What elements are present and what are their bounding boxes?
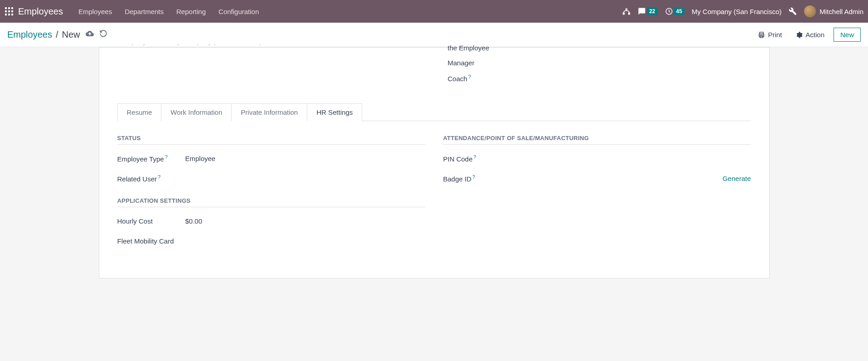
generate-button[interactable]: Generate xyxy=(723,175,751,182)
pin-code-help-icon[interactable]: ? xyxy=(474,154,476,160)
apps-icon[interactable] xyxy=(5,7,14,16)
hourly-cost-label: Hourly Cost xyxy=(117,217,185,225)
tab-work-information[interactable]: Work Information xyxy=(161,103,232,121)
tab-private-information[interactable]: Private Information xyxy=(232,103,307,121)
svg-rect-2 xyxy=(11,7,13,9)
avatar xyxy=(804,5,816,17)
svg-point-9 xyxy=(626,9,627,10)
badge-id-label: Badge ID? xyxy=(443,174,511,183)
breadcrumb-root[interactable]: Employees xyxy=(7,29,52,40)
breadcrumb: Employees / New xyxy=(7,29,107,40)
tabs: Resume Work Information Private Informat… xyxy=(117,103,751,121)
print-label: Print xyxy=(768,31,782,39)
action-label: Action xyxy=(805,31,824,39)
app-settings-section-title: APPLICATION SETTINGS xyxy=(117,197,425,207)
activities-badge: 45 xyxy=(674,8,684,15)
tab-hr-settings[interactable]: HR Settings xyxy=(307,103,362,121)
new-button[interactable]: New xyxy=(834,28,861,42)
svg-rect-11 xyxy=(629,13,630,15)
app-brand[interactable]: Employees xyxy=(18,6,63,17)
status-section-title: STATUS xyxy=(117,135,425,145)
control-panel: Employees / New Print Action New xyxy=(0,23,868,47)
svg-rect-10 xyxy=(623,13,625,15)
tools-icon[interactable] xyxy=(789,7,797,15)
nav-configuration[interactable]: Configuration xyxy=(212,0,265,23)
breadcrumb-current: New xyxy=(62,29,80,40)
upper-right-col: the Employee Manager Coach? xyxy=(448,44,751,90)
hourly-cost-value[interactable]: $0.00 xyxy=(185,217,203,225)
related-user-label: Related User? xyxy=(117,174,185,183)
svg-rect-1 xyxy=(8,7,10,9)
employee-type-label: Employee Type? xyxy=(117,154,185,163)
hr-left-col: STATUS Employee Type? Employee Related U… xyxy=(117,135,425,260)
hr-right-col: ATTENDANCE/POINT OF SALE/MANUFACTURING P… xyxy=(443,135,751,260)
company-label: Company xyxy=(117,44,172,45)
svg-rect-0 xyxy=(5,7,7,9)
fleet-mobility-card-label: Fleet Mobility Card xyxy=(117,237,174,245)
pin-code-label: PIN Code? xyxy=(443,154,511,163)
navbar-right: 22 45 My Company (San Francisco) Mitchel… xyxy=(622,5,863,17)
nav-departments[interactable]: Departments xyxy=(118,0,170,23)
svg-rect-5 xyxy=(11,10,13,12)
manager-label: Manager xyxy=(448,59,751,67)
navbar-left: Employees Employees Departments Reportin… xyxy=(5,0,265,23)
control-right: Print Action New xyxy=(753,28,861,42)
related-user-help-icon[interactable]: ? xyxy=(158,174,160,180)
upper-fields: Company My Company (San Francisco) the E… xyxy=(117,44,751,90)
nav-reporting[interactable]: Reporting xyxy=(170,0,212,23)
save-cloud-icon[interactable] xyxy=(86,29,94,40)
svg-rect-7 xyxy=(8,14,10,15)
main-area: Company My Company (San Francisco) the E… xyxy=(0,47,868,278)
employee-type-value[interactable]: Employee xyxy=(185,155,216,162)
hr-settings-pane: STATUS Employee Type? Employee Related U… xyxy=(117,121,751,260)
messages-badge: 22 xyxy=(647,8,657,15)
user-menu[interactable]: Mitchell Admin xyxy=(804,5,863,17)
svg-rect-6 xyxy=(5,14,7,15)
messages-icon[interactable]: 22 xyxy=(638,7,657,15)
coach-help-icon[interactable]: ? xyxy=(468,74,471,79)
tab-resume[interactable]: Resume xyxy=(117,103,162,121)
svg-rect-3 xyxy=(5,10,7,12)
employee-type-help-icon[interactable]: ? xyxy=(165,154,168,160)
support-icon[interactable] xyxy=(622,7,630,15)
company-value: My Company (San Francisco) xyxy=(172,44,262,45)
form-sheet: Company My Company (San Francisco) the E… xyxy=(99,47,770,278)
breadcrumb-sep: / xyxy=(56,29,58,40)
svg-rect-4 xyxy=(8,10,10,12)
top-navbar: Employees Employees Departments Reportin… xyxy=(0,0,868,23)
svg-rect-8 xyxy=(11,14,13,15)
badge-id-help-icon[interactable]: ? xyxy=(472,174,475,180)
nav-employees[interactable]: Employees xyxy=(72,0,118,23)
upper-left-col: Company My Company (San Francisco) xyxy=(117,44,421,90)
user-name: Mitchell Admin xyxy=(820,8,863,15)
attendance-section-title: ATTENDANCE/POINT OF SALE/MANUFACTURING xyxy=(443,135,751,145)
the-employee-label: the Employee xyxy=(448,44,751,52)
print-button[interactable]: Print xyxy=(753,28,786,41)
action-button[interactable]: Action xyxy=(791,28,829,41)
activities-icon[interactable]: 45 xyxy=(665,7,684,15)
coach-label: Coach? xyxy=(448,74,751,83)
company-switcher[interactable]: My Company (San Francisco) xyxy=(692,8,781,15)
discard-icon[interactable] xyxy=(99,29,107,40)
